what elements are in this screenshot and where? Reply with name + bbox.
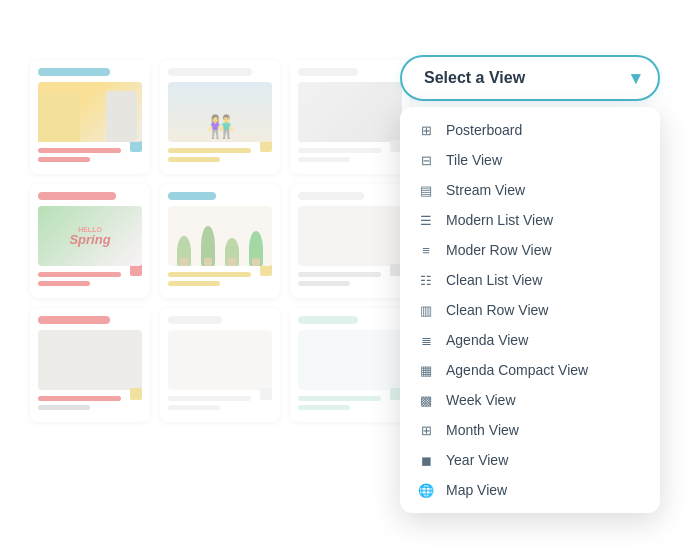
menu-item-clean-list-view[interactable]: ☷ Clean List View bbox=[400, 265, 660, 295]
stream-view-label: Stream View bbox=[446, 182, 525, 198]
menu-item-stream-view[interactable]: ▤ Stream View bbox=[400, 175, 660, 205]
menu-item-year-view[interactable]: ◼ Year View bbox=[400, 445, 660, 475]
agenda-compact-label: Agenda Compact View bbox=[446, 362, 588, 378]
clean-row-label: Clean Row View bbox=[446, 302, 548, 318]
modern-list-label: Modern List View bbox=[446, 212, 553, 228]
tile-view-label: Tile View bbox=[446, 152, 502, 168]
agenda-icon: ≣ bbox=[418, 332, 434, 348]
clean-list-label: Clean List View bbox=[446, 272, 542, 288]
dropdown-label: Select a View bbox=[424, 69, 525, 87]
menu-item-moder-row-view[interactable]: ≡ Moder Row View bbox=[400, 235, 660, 265]
card-7 bbox=[30, 308, 150, 422]
map-view-label: Map View bbox=[446, 482, 507, 498]
month-view-icon: ⊞ bbox=[418, 422, 434, 438]
week-view-label: Week View bbox=[446, 392, 516, 408]
posterboard-icon: ⊞ bbox=[418, 122, 434, 138]
card-4: HELLO Spring bbox=[30, 184, 150, 298]
month-view-label: Month View bbox=[446, 422, 519, 438]
card-6 bbox=[290, 184, 410, 298]
agenda-compact-icon: ▦ bbox=[418, 362, 434, 378]
card-1 bbox=[30, 60, 150, 174]
moder-row-label: Moder Row View bbox=[446, 242, 552, 258]
map-view-icon: 🌐 bbox=[418, 482, 434, 498]
dropdown-menu: ⊞ Posterboard ⊟ Tile View ▤ Stream View … bbox=[400, 107, 660, 513]
card-2 bbox=[160, 60, 280, 174]
menu-item-agenda-view[interactable]: ≣ Agenda View bbox=[400, 325, 660, 355]
dropdown-trigger[interactable]: Select a View ▾ bbox=[400, 55, 660, 101]
menu-item-month-view[interactable]: ⊞ Month View bbox=[400, 415, 660, 445]
modern-list-icon: ☰ bbox=[418, 212, 434, 228]
stream-view-icon: ▤ bbox=[418, 182, 434, 198]
agenda-label: Agenda View bbox=[446, 332, 528, 348]
menu-item-agenda-compact-view[interactable]: ▦ Agenda Compact View bbox=[400, 355, 660, 385]
week-view-icon: ▩ bbox=[418, 392, 434, 408]
clean-row-icon: ▥ bbox=[418, 302, 434, 318]
menu-item-map-view[interactable]: 🌐 Map View bbox=[400, 475, 660, 505]
menu-item-clean-row-view[interactable]: ▥ Clean Row View bbox=[400, 295, 660, 325]
background-cards: HELLO Spring bbox=[30, 60, 410, 422]
card-3 bbox=[290, 60, 410, 174]
card-5 bbox=[160, 184, 280, 298]
menu-item-modern-list-view[interactable]: ☰ Modern List View bbox=[400, 205, 660, 235]
menu-item-posterboard[interactable]: ⊞ Posterboard bbox=[400, 115, 660, 145]
year-view-icon: ◼ bbox=[418, 452, 434, 468]
menu-item-tile-view[interactable]: ⊟ Tile View bbox=[400, 145, 660, 175]
clean-list-icon: ☷ bbox=[418, 272, 434, 288]
menu-item-week-view[interactable]: ▩ Week View bbox=[400, 385, 660, 415]
card-9 bbox=[290, 308, 410, 422]
posterboard-label: Posterboard bbox=[446, 122, 522, 138]
select-view-dropdown[interactable]: Select a View ▾ ⊞ Posterboard ⊟ Tile Vie… bbox=[400, 55, 660, 513]
moder-row-icon: ≡ bbox=[418, 242, 434, 258]
chevron-down-icon: ▾ bbox=[631, 67, 640, 89]
tile-view-icon: ⊟ bbox=[418, 152, 434, 168]
year-view-label: Year View bbox=[446, 452, 508, 468]
card-8 bbox=[160, 308, 280, 422]
